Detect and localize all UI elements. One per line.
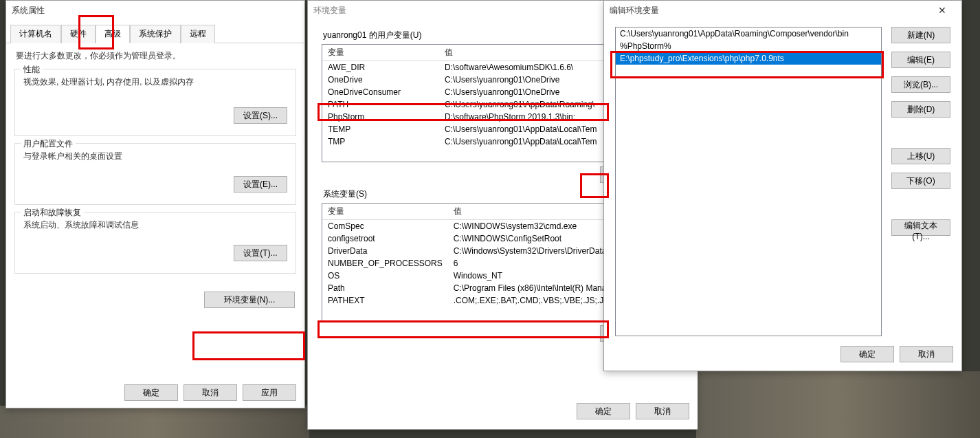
- environment-variables-button[interactable]: 环境变量(N)...: [204, 292, 295, 308]
- sysprops-tabs: 计算机名 硬件 高级 系统保护 远程: [6, 24, 304, 43]
- tab-system-protection[interactable]: 系统保护: [130, 25, 181, 43]
- var-name-cell: PATH: [322, 98, 439, 111]
- path-delete-button[interactable]: 删除(D): [891, 101, 950, 118]
- tab-hardware[interactable]: 硬件: [61, 25, 96, 43]
- startup-group: 启动和故障恢复 系统启动、系统故障和调试信息 设置(T)...: [14, 212, 296, 274]
- sysprops-title: 系统属性: [12, 1, 45, 20]
- perf-text: 视觉效果, 处理器计划, 内存使用, 以及虚拟内存: [23, 76, 287, 88]
- path-browse-button[interactable]: 浏览(B)...: [891, 76, 950, 93]
- var-name-cell: AWE_DIR: [322, 61, 439, 74]
- envvars-cancel-button[interactable]: 取消: [636, 403, 689, 419]
- var-name-cell: TMP: [322, 135, 439, 148]
- user-header-name[interactable]: 变量: [322, 45, 439, 61]
- sys-header-name[interactable]: 变量: [322, 204, 448, 220]
- path-new-button[interactable]: 新建(N): [891, 27, 950, 43]
- var-name-cell: NUMBER_OF_PROCESSORS: [322, 257, 448, 270]
- admin-note: 要进行大多数更改，你必须作为管理员登录。: [16, 50, 295, 62]
- close-icon[interactable]: ✕: [928, 1, 956, 19]
- path-list[interactable]: C:\Users\yuanrong01\AppData\Roaming\Comp…: [615, 27, 882, 336]
- var-name-cell: OneDriveConsumer: [322, 86, 439, 98]
- envvars-title: 环境变量: [313, 1, 346, 20]
- path-list-item[interactable]: %PhpStorm%: [616, 40, 881, 52]
- var-name-cell: configsetroot: [322, 232, 448, 245]
- profiles-group: 用户配置文件 与登录帐户相关的桌面设置 设置(E)...: [14, 143, 296, 205]
- profiles-settings-button[interactable]: 设置(E)...: [234, 176, 287, 193]
- editpath-titlebar: 编辑环境变量 ✕: [604, 1, 961, 20]
- tab-computer-name[interactable]: 计算机名: [10, 25, 61, 43]
- path-edittext-button[interactable]: 编辑文本(T)...: [891, 219, 950, 236]
- var-name-cell: TEMP: [322, 123, 439, 135]
- var-name-cell: OneDrive: [322, 74, 439, 86]
- sysprops-cancel-button[interactable]: 取消: [183, 384, 237, 401]
- sysprops-ok-button[interactable]: 确定: [124, 384, 178, 401]
- startup-legend: 启动和故障恢复: [21, 207, 84, 219]
- sysprops-apply-button[interactable]: 应用: [243, 384, 296, 401]
- edit-env-var-dialog: 编辑环境变量 ✕ C:\Users\yuanrong01\AppData\Roa…: [603, 0, 962, 371]
- var-name-cell: PhpStorm: [322, 111, 439, 123]
- perf-group: 性能 视觉效果, 处理器计划, 内存使用, 以及虚拟内存 设置(S)...: [14, 69, 296, 136]
- path-list-item[interactable]: C:\Users\yuanrong01\AppData\Roaming\Comp…: [616, 28, 881, 40]
- system-properties-dialog: 系统属性 计算机名 硬件 高级 系统保护 远程 要进行大多数更改，你必须作为管理…: [5, 0, 305, 408]
- envvars-ok-button[interactable]: 确定: [577, 403, 630, 419]
- editpath-cancel-button[interactable]: 取消: [900, 346, 953, 362]
- var-name-cell: OS: [322, 270, 448, 282]
- tab-advanced[interactable]: 高级: [96, 25, 130, 43]
- editpath-title: 编辑环境变量: [610, 1, 659, 20]
- path-moveup-button[interactable]: 上移(U): [891, 148, 950, 164]
- perf-settings-button[interactable]: 设置(S)...: [234, 107, 287, 124]
- profiles-legend: 用户配置文件: [21, 138, 76, 150]
- perf-legend: 性能: [21, 64, 43, 76]
- editpath-ok-button[interactable]: 确定: [840, 346, 894, 362]
- sysprops-titlebar: 系统属性: [6, 1, 304, 20]
- path-edit-button[interactable]: 编辑(E): [891, 52, 950, 68]
- var-name-cell: DriverData: [322, 245, 448, 257]
- path-list-item[interactable]: E:\phpstudy_pro\Extensions\php\php7.0.9n…: [616, 52, 881, 65]
- var-name-cell: ComSpec: [322, 220, 448, 233]
- path-movedown-button[interactable]: 下移(O): [891, 173, 950, 189]
- editpath-side-buttons: 新建(N) 编辑(E) 浏览(B)... 删除(D) 上移(U) 下移(O) 编…: [891, 27, 950, 336]
- startup-settings-button[interactable]: 设置(T)...: [234, 245, 287, 261]
- startup-text: 系统启动、系统故障和调试信息: [23, 219, 287, 231]
- var-name-cell: Path: [322, 282, 448, 294]
- var-name-cell: PATHEXT: [322, 294, 448, 307]
- tab-remote[interactable]: 远程: [181, 25, 215, 43]
- profiles-text: 与登录帐户相关的桌面设置: [23, 151, 287, 162]
